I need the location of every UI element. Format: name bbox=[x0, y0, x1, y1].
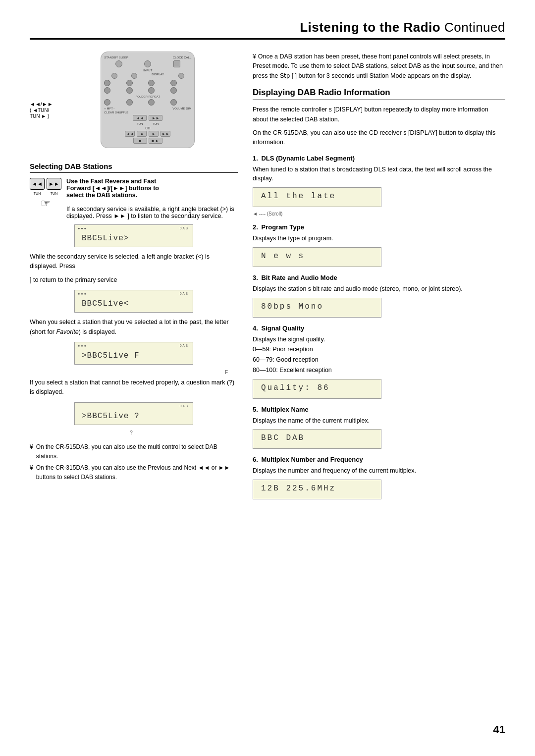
main-content: ◄◄/►► ( ◄TUN/TUN ► ) STANDBY SLEEP CLOCK… bbox=[30, 52, 505, 506]
sub-sections: 1. DLS (Dynamic Label Segment) When tune… bbox=[253, 155, 505, 500]
lcd4-sub: ? bbox=[30, 430, 238, 435]
display-intro2: On the CR-515DAB, you can also use the C… bbox=[253, 128, 505, 148]
tun-left-label: TUN bbox=[34, 192, 41, 195]
page-title: Listening to the Radio Continued bbox=[30, 20, 505, 35]
dab-instruction-box: ◄◄ ►► TUN TUN ☞ Use the Fast Reverse and… bbox=[30, 178, 238, 219]
hand-icon: ☞ bbox=[30, 197, 61, 210]
page-number: 41 bbox=[493, 723, 505, 736]
forward-button[interactable]: ►► bbox=[47, 178, 61, 190]
rewind-button[interactable]: ◄◄ bbox=[30, 178, 45, 190]
arrow-label: ◄◄/►► ( ◄TUN/TUN ► ) bbox=[30, 101, 53, 119]
note-2: ¥ On the CR-315DAB, you can also use the… bbox=[30, 463, 238, 482]
lcd-right-3: 80bps Mono bbox=[253, 298, 381, 318]
left-notes: ¥ On the CR-515DAB, you can also use the… bbox=[30, 442, 238, 483]
lcd-right-4: Quality: 86 bbox=[253, 379, 381, 399]
sub-section-5: 5. Multiplex Name Displays the name of t… bbox=[253, 406, 505, 449]
right-column: ¥ Once a DAB station has been preset, th… bbox=[253, 52, 505, 506]
lcd-right-1: All the late bbox=[253, 187, 381, 207]
sub-section-4: 4. Signal Quality Displays the signal qu… bbox=[253, 324, 505, 399]
remote-side-labels: ◄◄/►► ( ◄TUN/TUN ► ) bbox=[30, 52, 53, 119]
remote-panel: ◄◄/►► ( ◄TUN/TUN ► ) STANDBY SLEEP CLOCK… bbox=[30, 52, 238, 153]
para2: While the secondary service is selected,… bbox=[30, 252, 238, 271]
lcd-scroll-label: ◄ ---- (Scroll) bbox=[253, 211, 505, 216]
page: Listening to the Radio Continued ◄◄/►► (… bbox=[0, 0, 535, 756]
remote-image: STANDBY SLEEP CLOCK CALL INPUT DI bbox=[101, 52, 195, 148]
preset-note: ¥ Once a DAB station has been preset, th… bbox=[253, 52, 505, 81]
lcd-display-1: ●●● DAB BBC5Live> bbox=[30, 224, 238, 247]
instruction-text: Use the Fast Reverse and Fast Forward [◄… bbox=[66, 178, 238, 219]
display-section-title: Displaying DAB Radio Information bbox=[253, 88, 505, 98]
sub-section-6: 6. Multiplex Number and Frequency Displa… bbox=[253, 456, 505, 499]
section-divider bbox=[253, 100, 505, 100]
selecting-dab-title: Selecting DAB Stations bbox=[30, 162, 238, 173]
para2b: ] to return to the primary service bbox=[30, 275, 238, 285]
lcd-right-6: 12B 225.6MHz bbox=[253, 480, 381, 499]
para4: If you select a station that cannot be r… bbox=[30, 378, 238, 397]
note-1: ¥ On the CR-515DAB, you can also use the… bbox=[30, 442, 238, 461]
lcd-display-4: DAB >BBC5Live ? ? bbox=[30, 402, 238, 435]
para3: When you select a station that you ve se… bbox=[30, 318, 238, 337]
sub-section-3: 3. Bit Rate and Audio Mode Displays the … bbox=[253, 274, 505, 318]
left-column: ◄◄/►► ( ◄TUN/TUN ► ) STANDBY SLEEP CLOCK… bbox=[30, 52, 238, 506]
lcd-display-2: ●●● DAB BBC5Live< bbox=[30, 290, 238, 313]
lcd3-sub: F bbox=[30, 370, 238, 375]
sub-section-1: 1. DLS (Dynamic Label Segment) When tune… bbox=[253, 155, 505, 217]
display-intro: Press the remote controller s [DISPLAY] … bbox=[253, 105, 505, 124]
lcd-display-3: ●●● DAB >BBC5Live F F bbox=[30, 342, 238, 375]
sub-section-2: 2. Program Type Displays the type of pro… bbox=[253, 223, 505, 267]
tun-right-label: TUN bbox=[51, 192, 57, 195]
lcd-right-5: BBC DAB bbox=[253, 429, 381, 449]
page-header: Listening to the Radio Continued bbox=[30, 20, 505, 40]
lcd-right-2: N e w s bbox=[253, 247, 381, 267]
arrow-buttons-group: ◄◄ ►► TUN TUN ☞ bbox=[30, 178, 61, 219]
